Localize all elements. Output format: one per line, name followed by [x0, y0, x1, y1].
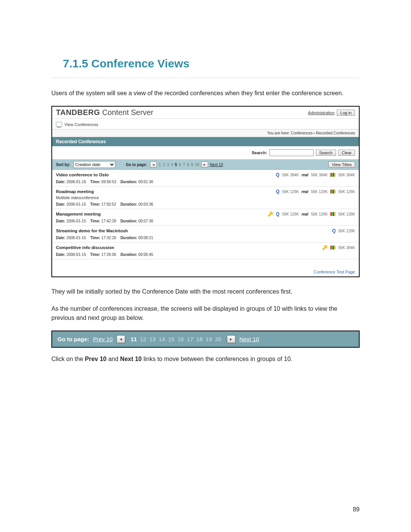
formats: Q56K 128Kreal56K 128K56K 128K	[276, 189, 355, 194]
page-num-4[interactable]: 4	[171, 163, 173, 167]
page-number: 89	[353, 506, 360, 513]
conference-title[interactable]: Competitive info discussion	[56, 245, 114, 250]
conference-test-page-link[interactable]: Conference Test Page	[314, 270, 355, 274]
real-icon[interactable]: real	[301, 190, 308, 194]
format-rates[interactable]: 56K 128K	[338, 229, 355, 233]
conference-row: Roadmap meetingQ56K 128Kreal56K 128K56K …	[52, 187, 359, 209]
tabs-row: View Conferences	[52, 119, 359, 129]
page-num-11[interactable]: 11	[131, 336, 137, 342]
section-heading: 7.1.5 Conference Views	[63, 57, 360, 70]
txt: and	[107, 356, 120, 362]
formats: 🔑Q56K 128Kreal56K 128K56K 128K	[268, 211, 355, 217]
conference-title[interactable]: Management meeting	[56, 212, 101, 216]
next10-link[interactable]: Next 10	[210, 163, 223, 167]
brand-bold: TANDBERG	[56, 108, 100, 117]
page-num-2[interactable]: 2	[163, 163, 165, 167]
format-rates[interactable]: 56K 128K	[338, 212, 355, 216]
page-num-17[interactable]: 17	[187, 336, 193, 342]
next-page-icon[interactable]: ▸	[227, 335, 236, 343]
page-num-1[interactable]: 1	[159, 163, 161, 167]
format-rates[interactable]: 56K 384K	[338, 246, 355, 250]
page-num-14[interactable]: 14	[159, 336, 165, 342]
key-icon: 🔑	[268, 211, 273, 217]
formats: Q56K 128K	[332, 228, 355, 233]
conference-title[interactable]: Streaming demo for the Macintosh	[56, 228, 128, 233]
breadcrumb-prefix: You are here:	[267, 131, 291, 135]
page-num-10[interactable]: 10	[195, 163, 199, 167]
administration-link[interactable]: Administration	[308, 110, 335, 115]
next-page-icon[interactable]: ▸	[201, 161, 208, 168]
page-num-9[interactable]: 9	[191, 163, 193, 167]
quicktime-icon[interactable]: Q	[276, 211, 279, 217]
prev-page-icon[interactable]: ◂	[150, 161, 157, 168]
real-icon[interactable]: real	[301, 173, 308, 177]
conference-meta: Date: 2006-01-15 Time: 17:42:28 Duration…	[56, 219, 355, 223]
format-rates[interactable]: 56K 384K	[311, 173, 328, 177]
conference-row: Streaming demo for the MacintoshQ56K 128…	[52, 226, 359, 243]
conference-meta: Date: 2006-01-16 Time: 09:58:53 Duration…	[56, 180, 355, 184]
pager: ◂ 12345678910▸Next 10	[150, 161, 223, 168]
search-button[interactable]: Search	[316, 150, 336, 156]
monitor-icon	[56, 122, 62, 127]
page-num-13[interactable]: 13	[149, 336, 156, 342]
conference-title[interactable]: Video conference to Oslo	[56, 173, 108, 177]
page-num-20[interactable]: 20	[215, 336, 221, 342]
prev10-link[interactable]: Prev 10	[93, 336, 113, 342]
page-num-5[interactable]: 5	[175, 163, 177, 167]
formats: Q56K 384Kreal56K 384K56K 384K	[276, 172, 355, 177]
format-rates[interactable]: 56K 384K	[338, 173, 355, 177]
format-rates[interactable]: 56K 384K	[282, 173, 299, 177]
txt: links to move between the conferences in…	[142, 356, 293, 362]
section-bar: Recorded Conferences	[52, 137, 359, 146]
tab-view-conferences[interactable]: View Conferences	[64, 122, 98, 127]
conference-view-screenshot: TANDBERG Content Server Administration L…	[51, 106, 360, 277]
pager-screenshot: Go to page: Prev 10 ◂ 111213141516171819…	[51, 331, 360, 348]
format-rates[interactable]: 56K 128K	[338, 190, 355, 194]
brand-light: Content Server	[100, 108, 153, 117]
page-num-16[interactable]: 16	[177, 336, 184, 342]
pager2-label: Go to page:	[57, 336, 89, 342]
conference-row: Competitive info discussion🔑56K 384KDate…	[52, 243, 359, 259]
page-num-6[interactable]: 6	[179, 163, 181, 167]
breadcrumb-level1[interactable]: Conferences	[291, 131, 312, 135]
view-titles-button[interactable]: View Titles	[328, 161, 355, 168]
quicktime-icon[interactable]: Q	[332, 228, 336, 233]
formats: 🔑56K 384K	[322, 245, 355, 250]
clear-button[interactable]: Clear	[338, 150, 355, 156]
txt: Click on the	[51, 356, 85, 362]
format-rates[interactable]: 56K 128K	[311, 212, 328, 216]
page-num-3[interactable]: 3	[167, 163, 169, 167]
page-num-12[interactable]: 12	[140, 336, 147, 342]
sort-label: Sort by:	[56, 163, 70, 167]
windows-flag-icon[interactable]	[330, 246, 336, 249]
page-num-18[interactable]: 18	[196, 336, 203, 342]
prev-page-icon[interactable]: ◂	[116, 335, 125, 343]
format-rates[interactable]: 56K 128K	[282, 212, 299, 216]
heading-rule	[51, 78, 360, 78]
page-num-7[interactable]: 7	[183, 163, 185, 167]
windows-flag-icon[interactable]	[330, 212, 336, 216]
sorted-text: They will be initially sorted by the Con…	[51, 287, 360, 296]
page-num-15[interactable]: 15	[168, 336, 175, 342]
page-num-8[interactable]: 8	[187, 163, 189, 167]
intro-text: Users of the system will see a view of t…	[51, 89, 360, 97]
quicktime-icon[interactable]: Q	[276, 172, 279, 177]
login-button[interactable]: Log in	[337, 110, 355, 116]
next10-link[interactable]: Next 10	[239, 336, 259, 342]
sort-select[interactable]: Creation date	[73, 161, 115, 168]
brand: TANDBERG Content Server	[56, 108, 153, 117]
txt-b1: Prev 10	[85, 356, 107, 362]
conference-row: Video conference to OsloQ56K 384Kreal56K…	[52, 170, 359, 187]
page-num-19[interactable]: 19	[206, 336, 212, 342]
real-icon[interactable]: real	[301, 212, 308, 216]
format-rates[interactable]: 56K 128K	[282, 190, 299, 194]
search-input[interactable]	[269, 149, 314, 156]
windows-flag-icon[interactable]	[330, 190, 336, 193]
conference-title[interactable]: Roadmap meeting	[56, 189, 94, 194]
quicktime-icon[interactable]: Q	[276, 189, 279, 194]
windows-flag-icon[interactable]	[330, 173, 336, 177]
conference-meta: Date: 2006-01-15 Time: 17:50:52 Duration…	[56, 202, 355, 206]
txt-b2: Next 10	[120, 356, 142, 362]
format-rates[interactable]: 56K 128K	[311, 190, 328, 194]
footer-link-row: Conference Test Page	[52, 268, 359, 276]
